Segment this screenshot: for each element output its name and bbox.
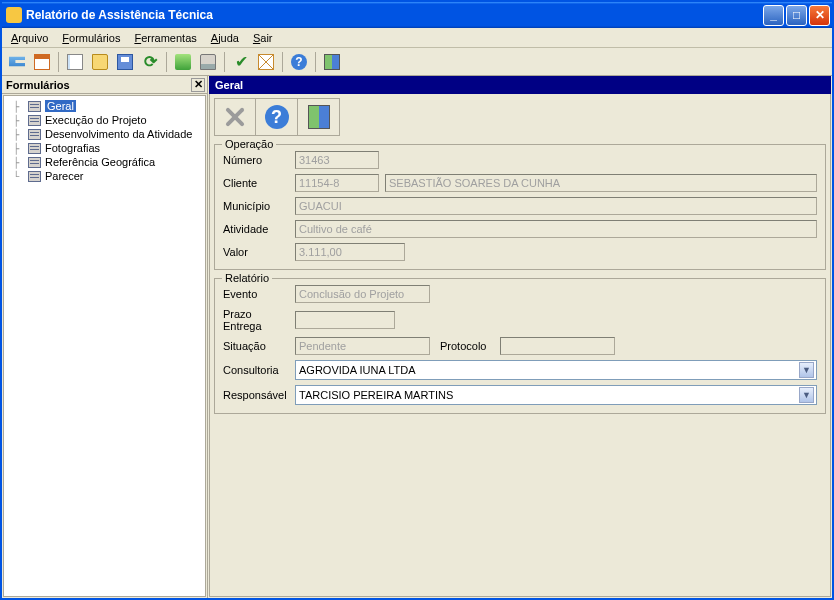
menu-ferramentas[interactable]: Ferramentas bbox=[127, 30, 203, 46]
tree-item-geral[interactable]: ├ Geral bbox=[6, 99, 203, 113]
separator bbox=[282, 52, 283, 72]
label-situacao: Situação bbox=[223, 340, 295, 352]
dropdown-arrow-icon: ▼ bbox=[799, 387, 814, 403]
cancel-icon bbox=[222, 104, 248, 130]
tree-branch-icon: ├ bbox=[8, 129, 24, 140]
legend-relatorio: Relatório bbox=[222, 272, 272, 284]
toolbar: ⟳ ✔ ? bbox=[2, 48, 832, 76]
field-municipio: GUACUI bbox=[295, 197, 817, 215]
tree-branch-icon: ├ bbox=[8, 143, 24, 154]
cancel-button[interactable] bbox=[214, 98, 256, 136]
print-icon bbox=[200, 54, 216, 70]
field-numero: 31463 bbox=[295, 151, 379, 169]
tree-icon bbox=[9, 54, 25, 70]
tree-branch-icon: └ bbox=[8, 171, 24, 182]
menu-arquivo[interactable]: Arquivo bbox=[4, 30, 55, 46]
tree-item-fotografias[interactable]: ├ Fotografias bbox=[6, 141, 203, 155]
form-icon bbox=[28, 157, 41, 168]
form-icon bbox=[28, 115, 41, 126]
field-cliente-cod: 11154-8 bbox=[295, 174, 379, 192]
tree-item-execucao[interactable]: ├ Execução do Projeto bbox=[6, 113, 203, 127]
menu-sair[interactable]: Sair bbox=[246, 30, 280, 46]
tree-branch-icon: ├ bbox=[8, 157, 24, 168]
help-icon: ? bbox=[291, 54, 307, 70]
content: Geral ? Operação Número 31463 Cliente bbox=[208, 76, 832, 598]
tree-label: Execução do Projeto bbox=[45, 114, 147, 126]
tree-branch-icon: ├ bbox=[8, 101, 24, 112]
export-button[interactable] bbox=[172, 51, 194, 73]
save-button[interactable] bbox=[114, 51, 136, 73]
calendar-button[interactable] bbox=[31, 51, 53, 73]
help-panel-button[interactable]: ? bbox=[256, 98, 298, 136]
sidebar-close-button[interactable]: ✕ bbox=[191, 78, 205, 92]
separator bbox=[58, 52, 59, 72]
close-button[interactable]: ✕ bbox=[809, 5, 830, 26]
close-panel-button[interactable] bbox=[298, 98, 340, 136]
panel-toolbar: ? bbox=[214, 98, 826, 136]
field-valor: 3.111,00 bbox=[295, 243, 405, 261]
label-cliente: Cliente bbox=[223, 177, 295, 189]
exit-button[interactable] bbox=[321, 51, 343, 73]
sidebar: Formulários ✕ ├ Geral ├ Execução do Proj… bbox=[2, 76, 208, 598]
new-button[interactable] bbox=[64, 51, 86, 73]
tree-label: Parecer bbox=[45, 170, 84, 182]
combo-responsavel-value: TARCISIO PEREIRA MARTINS bbox=[299, 389, 453, 401]
tree-item-desenvolvimento[interactable]: ├ Desenvolvimento da Atividade bbox=[6, 127, 203, 141]
panel-title: Geral bbox=[209, 76, 831, 94]
tree-label: Fotografias bbox=[45, 142, 100, 154]
tree-label: Geral bbox=[45, 100, 76, 112]
sidebar-title: Formulários bbox=[6, 79, 70, 91]
combo-consultoria-value: AGROVIDA IUNA LTDA bbox=[299, 364, 416, 376]
label-atividade: Atividade bbox=[223, 223, 295, 235]
form-icon bbox=[28, 143, 41, 154]
help-icon: ? bbox=[265, 105, 289, 129]
field-atividade: Cultivo de café bbox=[295, 220, 817, 238]
app-icon bbox=[6, 7, 22, 23]
sidebar-header: Formulários ✕ bbox=[2, 76, 207, 94]
form-icon bbox=[28, 171, 41, 182]
refresh-icon: ⟳ bbox=[142, 54, 158, 70]
new-icon bbox=[67, 54, 83, 70]
separator bbox=[166, 52, 167, 72]
body: Formulários ✕ ├ Geral ├ Execução do Proj… bbox=[2, 76, 832, 598]
label-valor: Valor bbox=[223, 246, 295, 258]
label-responsavel: Responsável bbox=[223, 389, 295, 401]
tree-label: Desenvolvimento da Atividade bbox=[45, 128, 192, 140]
form-icon bbox=[28, 129, 41, 140]
menubar: Arquivo Formulários Ferramentas Ajuda Sa… bbox=[2, 28, 832, 48]
tree-label: Referência Geográfica bbox=[45, 156, 155, 168]
calendar-icon bbox=[34, 54, 50, 70]
minimize-button[interactable]: _ bbox=[763, 5, 784, 26]
window-title: Relatório de Assistência Técnica bbox=[26, 8, 763, 22]
maximize-button[interactable]: □ bbox=[786, 5, 807, 26]
tree-item-parecer[interactable]: └ Parecer bbox=[6, 169, 203, 183]
label-numero: Número bbox=[223, 154, 295, 166]
save-icon bbox=[117, 54, 133, 70]
menu-formularios[interactable]: Formulários bbox=[55, 30, 127, 46]
window-controls: _ □ ✕ bbox=[763, 5, 830, 26]
panel-body: ? Operação Número 31463 Cliente 11154-8 … bbox=[209, 94, 831, 597]
group-relatorio: Relatório Evento Conclusão do Projeto Pr… bbox=[214, 278, 826, 414]
tree-button[interactable] bbox=[6, 51, 28, 73]
app-window: Relatório de Assistência Técnica _ □ ✕ A… bbox=[0, 0, 834, 600]
help-button[interactable]: ? bbox=[288, 51, 310, 73]
refresh-button[interactable]: ⟳ bbox=[139, 51, 161, 73]
label-protocolo: Protocolo bbox=[440, 340, 500, 352]
menu-ajuda[interactable]: Ajuda bbox=[204, 30, 246, 46]
tree-item-referencia[interactable]: ├ Referência Geográfica bbox=[6, 155, 203, 169]
print-button[interactable] bbox=[197, 51, 219, 73]
open-icon bbox=[92, 54, 108, 70]
group-operacao: Operação Número 31463 Cliente 11154-8 SE… bbox=[214, 144, 826, 270]
check-icon: ✔ bbox=[233, 54, 249, 70]
form-icon bbox=[28, 101, 41, 112]
dropdown-arrow-icon: ▼ bbox=[799, 362, 814, 378]
label-municipio: Município bbox=[223, 200, 295, 212]
open-button[interactable] bbox=[89, 51, 111, 73]
combo-consultoria[interactable]: AGROVIDA IUNA LTDA ▼ bbox=[295, 360, 817, 380]
field-cliente-nome: SEBASTIÃO SOARES DA CUNHA bbox=[385, 174, 817, 192]
mail-button[interactable] bbox=[255, 51, 277, 73]
combo-responsavel[interactable]: TARCISIO PEREIRA MARTINS ▼ bbox=[295, 385, 817, 405]
separator bbox=[224, 52, 225, 72]
check-button[interactable]: ✔ bbox=[230, 51, 252, 73]
separator bbox=[315, 52, 316, 72]
